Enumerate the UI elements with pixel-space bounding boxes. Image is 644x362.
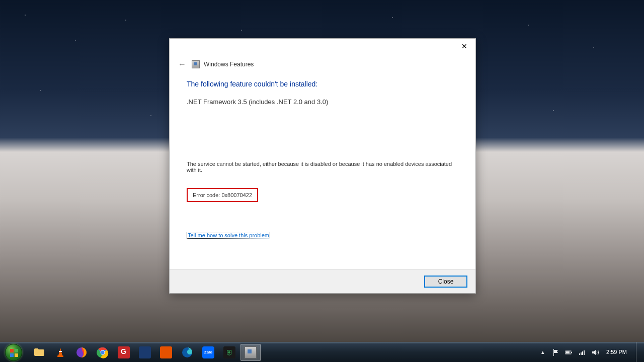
dialog-button-bar: Close: [170, 269, 475, 293]
taskbar-chrome[interactable]: [93, 344, 113, 361]
taskbar-vlc[interactable]: [50, 344, 70, 361]
taskbar-windows-features-running[interactable]: [240, 344, 261, 361]
desktop-wallpaper: ✕ ← Windows Features The following featu…: [0, 0, 644, 362]
svg-rect-9: [566, 351, 570, 353]
svg-rect-13: [584, 350, 585, 355]
svg-rect-8: [571, 352, 572, 353]
red-app-icon: G: [118, 346, 130, 358]
taskbar-zalo[interactable]: Zalo: [198, 344, 218, 361]
service-error-message: The service cannot be started, either be…: [187, 161, 460, 173]
windows-features-taskbar-icon: [245, 346, 257, 358]
system-tray: ▴ 2:59 PM: [539, 342, 644, 362]
taskbar: G Zalo ⛨ ▴: [0, 342, 644, 362]
chrome-icon: [97, 346, 109, 358]
taskbar-app-dark[interactable]: ⛨: [219, 344, 239, 361]
blue-app-icon: [139, 346, 151, 358]
back-arrow-icon[interactable]: ←: [177, 59, 188, 70]
tray-battery-icon[interactable]: [565, 348, 573, 356]
help-link[interactable]: Tell me how to solve this problem: [187, 232, 270, 239]
dialog-body: The following feature couldn't be instal…: [187, 80, 460, 239]
windows-features-icon: [192, 60, 200, 68]
tray-flag-icon[interactable]: [552, 348, 560, 356]
taskbar-app-blue[interactable]: [135, 344, 155, 361]
show-desktop-button[interactable]: [636, 342, 641, 363]
svg-rect-10: [579, 353, 580, 355]
vlc-cone-icon: [54, 346, 66, 358]
taskbar-firefox[interactable]: [71, 344, 92, 361]
taskbar-file-explorer[interactable]: [29, 344, 49, 361]
tray-clock[interactable]: 2:59 PM: [604, 349, 629, 355]
svg-rect-0: [59, 351, 62, 352]
taskbar-app-orange[interactable]: [156, 344, 176, 361]
orange-app-icon: [160, 346, 172, 358]
edge-icon: [181, 346, 193, 358]
windows-start-orb-icon: [5, 344, 22, 361]
feature-name: .NET Framework 3.5 (includes .NET 2.0 an…: [187, 98, 460, 106]
svg-rect-11: [581, 352, 582, 355]
svg-rect-1: [57, 355, 63, 357]
tray-volume-icon[interactable]: [591, 348, 599, 356]
firefox-icon: [75, 346, 88, 358]
shield-dark-icon: ⛨: [223, 346, 235, 358]
close-icon[interactable]: ✕: [457, 42, 471, 52]
taskbar-pinned-items: G Zalo ⛨: [27, 342, 261, 362]
error-code-highlight: Error code: 0x80070422: [187, 188, 258, 202]
svg-rect-12: [582, 351, 583, 355]
tray-wifi-icon[interactable]: [578, 348, 586, 356]
folder-icon: [33, 346, 45, 358]
close-button[interactable]: Close: [424, 276, 467, 288]
dialog-header: ← Windows Features: [177, 59, 254, 70]
taskbar-app-red[interactable]: G: [114, 344, 134, 361]
error-heading: The following feature couldn't be instal…: [187, 80, 460, 88]
svg-point-5: [101, 350, 105, 354]
dialog-title: Windows Features: [204, 61, 254, 68]
windows-features-dialog: ✕ ← Windows Features The following featu…: [169, 38, 476, 294]
zalo-icon: Zalo: [202, 346, 214, 358]
tray-chevron-up-icon[interactable]: ▴: [539, 348, 547, 356]
taskbar-edge[interactable]: [177, 344, 197, 361]
start-button[interactable]: [0, 342, 27, 363]
